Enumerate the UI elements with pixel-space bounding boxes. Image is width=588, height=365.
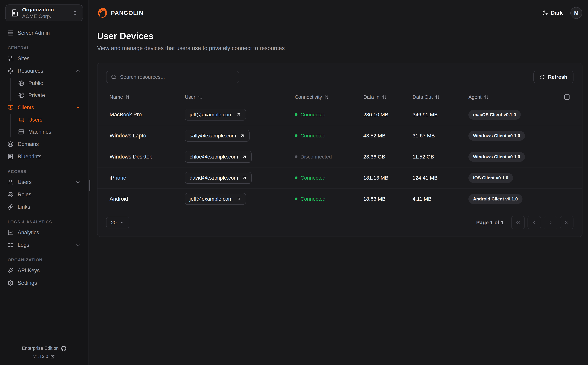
sidebar-item-server-admin[interactable]: Server Admin xyxy=(5,27,84,39)
sidebar-item-private[interactable]: Private xyxy=(15,90,84,101)
user-email: jeff@example.com xyxy=(190,196,232,202)
brand-logo-link[interactable]: PANGOLIN xyxy=(97,7,143,18)
section-label-access: ACCESS xyxy=(7,169,84,174)
status-label: Connected xyxy=(300,196,325,202)
sidebar-item-label: Settings xyxy=(18,280,37,286)
resources-subtree: Public Private xyxy=(10,78,84,101)
sidebar-item-label: Analytics xyxy=(18,230,39,236)
sidebar-item-sites[interactable]: Sites xyxy=(5,53,84,64)
status-label: Connected xyxy=(300,175,325,181)
devices-card: Refresh Name User Connectivity Data In xyxy=(97,63,582,237)
sort-icon xyxy=(382,95,387,99)
section-label-logs-analytics: LOGS & ANALYTICS xyxy=(7,220,84,225)
brand-name: PANGOLIN xyxy=(111,10,143,16)
sort-icon xyxy=(125,95,130,99)
user-email: jeff@example.com xyxy=(190,112,232,118)
page-size-select[interactable]: 20 xyxy=(106,217,129,228)
sidebar-item-client-users[interactable]: Users xyxy=(15,114,84,125)
key-icon xyxy=(7,268,14,274)
sidebar-item-label: Machines xyxy=(28,129,51,135)
section-label-organization: ORGANIZATION xyxy=(7,258,84,262)
page-header: User Devices View and manage devices tha… xyxy=(97,31,582,51)
edition-link[interactable]: Enterprise Edition xyxy=(22,346,66,351)
sidebar-item-clients[interactable]: Clients xyxy=(5,102,84,113)
refresh-label: Refresh xyxy=(548,74,567,80)
device-name: Windows Lapto xyxy=(110,133,185,139)
agent-badge: macOS Client v0.1.0 xyxy=(468,110,521,120)
column-header-user[interactable]: User xyxy=(185,94,295,100)
prev-page-button[interactable] xyxy=(528,216,541,229)
version-link[interactable]: v1.13.0 xyxy=(33,354,55,359)
connectivity-status: Connected xyxy=(295,175,363,181)
sidebar-item-logs[interactable]: Logs xyxy=(5,239,84,251)
connectivity-status: Connected xyxy=(295,133,363,139)
table-header-row: Name User Connectivity Data In Data Out xyxy=(98,90,582,104)
user-link[interactable]: sally@example.com xyxy=(185,130,250,141)
data-in-value: 181.13 MB xyxy=(363,175,413,181)
sidebar-item-users[interactable]: Users xyxy=(5,176,84,188)
sort-icon xyxy=(484,95,489,99)
user-link[interactable]: chloe@example.com xyxy=(185,151,252,163)
org-selector[interactable]: Organization ACME Corp. xyxy=(5,5,83,21)
status-dot xyxy=(295,134,297,137)
connectivity-status: Connected xyxy=(295,112,363,118)
github-icon xyxy=(61,346,66,351)
globe-icon xyxy=(18,80,24,86)
data-in-value: 280.10 MB xyxy=(363,112,413,118)
column-label: User xyxy=(185,94,195,100)
device-name: MacBook Pro xyxy=(110,112,185,118)
sidebar-item-label: Blueprints xyxy=(18,154,42,160)
sidebar-item-label: Users xyxy=(18,179,32,185)
column-header-data-in[interactable]: Data In xyxy=(363,94,413,100)
page-title: User Devices xyxy=(97,31,582,41)
sidebar-item-resources[interactable]: Resources xyxy=(5,65,84,77)
sidebar-item-analytics[interactable]: Analytics xyxy=(5,227,84,238)
table-row: MacBook Pro jeff@example.com Connected 2… xyxy=(98,104,582,125)
table-row: Android jeff@example.com Connected 18.63… xyxy=(98,188,582,209)
theme-toggle[interactable]: Dark xyxy=(542,10,563,16)
sidebar-item-label: Sites xyxy=(18,56,29,62)
sidebar-item-label: Clients xyxy=(18,105,34,111)
waypoints-icon xyxy=(7,68,14,74)
sidebar-item-links[interactable]: Links xyxy=(5,201,84,213)
user-link[interactable]: david@example.com xyxy=(185,172,252,184)
chevron-down-icon xyxy=(120,220,124,225)
refresh-button[interactable]: Refresh xyxy=(533,71,574,83)
columns-toggle-icon[interactable] xyxy=(564,94,570,100)
gear-icon xyxy=(7,280,14,286)
data-out-value: 124.41 MB xyxy=(413,175,468,181)
user-link[interactable]: jeff@example.com xyxy=(185,193,246,205)
sidebar-item-roles[interactable]: Roles xyxy=(5,189,84,200)
building-icon xyxy=(10,9,18,17)
sidebar-item-blueprints[interactable]: Blueprints xyxy=(5,151,84,162)
next-page-button[interactable] xyxy=(544,216,557,229)
column-header-name[interactable]: Name xyxy=(110,94,185,100)
user-email: david@example.com xyxy=(190,175,238,181)
sidebar-item-public[interactable]: Public xyxy=(15,78,84,89)
page-size-value: 20 xyxy=(111,220,116,225)
arrow-up-right-icon xyxy=(236,197,241,201)
user-avatar[interactable]: M xyxy=(570,7,582,19)
column-label: Agent xyxy=(468,94,481,100)
column-header-connectivity[interactable]: Connectivity xyxy=(295,94,363,100)
org-selector-value: ACME Corp. xyxy=(22,13,54,19)
column-header-data-out[interactable]: Data Out xyxy=(413,94,468,100)
search-input[interactable] xyxy=(120,74,234,80)
sidebar-item-api-keys[interactable]: API Keys xyxy=(5,265,84,276)
status-label: Connected xyxy=(300,112,325,118)
top-bar: PANGOLIN Dark M xyxy=(97,0,582,26)
link-icon xyxy=(7,204,14,210)
first-page-button[interactable] xyxy=(511,216,525,229)
table-row: Windows Lapto sally@example.com Connecte… xyxy=(98,125,582,146)
sidebar-item-settings[interactable]: Settings xyxy=(5,277,84,289)
last-page-button[interactable] xyxy=(560,216,574,229)
page-info: Page 1 of 1 xyxy=(476,220,504,225)
sidebar-scrollbar-thumb[interactable] xyxy=(89,180,90,191)
sidebar-footer: Enterprise Edition v1.13.0 xyxy=(0,346,88,359)
sidebar-item-domains[interactable]: Domains xyxy=(5,139,84,150)
user-link[interactable]: jeff@example.com xyxy=(185,109,246,120)
device-name: Windows Desktop xyxy=(110,154,185,160)
column-header-agent[interactable]: Agent xyxy=(468,94,554,100)
server-icon xyxy=(7,30,14,36)
sidebar-item-machines[interactable]: Machines xyxy=(15,126,84,137)
